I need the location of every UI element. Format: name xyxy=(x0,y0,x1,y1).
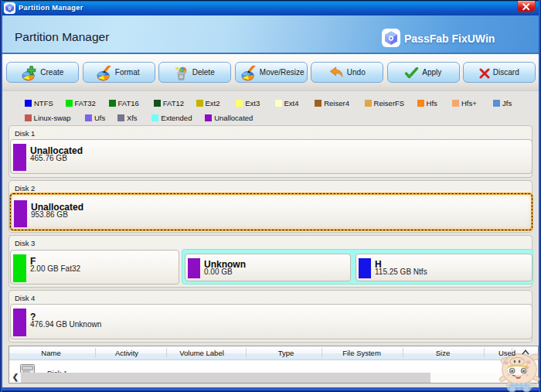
svg-text:c: c xyxy=(534,384,536,387)
